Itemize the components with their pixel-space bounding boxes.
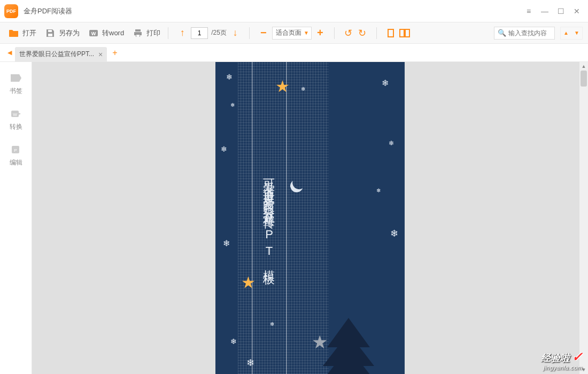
svg-text:P: P [14, 148, 17, 153]
sidebar-item-bookmark[interactable]: 书签 [10, 73, 22, 96]
svg-rect-3 [400, 29, 404, 37]
search-prev-button[interactable]: ▲ [561, 27, 571, 39]
rotate-right-button[interactable]: ↻ [357, 28, 368, 38]
tab-close-button[interactable]: × [98, 50, 103, 59]
app-logo-icon: PDF [4, 4, 18, 18]
vertical-scrollbar[interactable]: ▲ ▼ [579, 62, 588, 374]
print-button[interactable]: 打印 [129, 26, 164, 41]
prev-page-button[interactable]: ↑ [177, 28, 188, 38]
folder-icon [9, 28, 19, 38]
svg-rect-4 [405, 29, 409, 37]
app-title: 金舟PDF阅读器 [24, 6, 522, 16]
search-box[interactable]: 🔍 [494, 27, 555, 40]
rotate-left-button[interactable]: ↺ [343, 28, 354, 38]
scroll-track[interactable] [581, 71, 587, 365]
snowflake-icon: ❄ [230, 337, 237, 346]
tab-title: 世界爱眼日公益宣传PPT... [19, 50, 94, 59]
toolbar: 打开 另存为 W 转word 打印 ↑ /25页 ↓ − 适合页面 ▼ + ↺ [0, 22, 588, 44]
grid-line [252, 62, 253, 374]
svg-rect-2 [388, 29, 393, 37]
zoom-group: − 适合页面 ▼ + [254, 27, 330, 40]
snowflake-icon: ❄ [226, 73, 233, 81]
sidebar-convert-label: 转换 [10, 122, 22, 131]
snowflake-icon: ❄ [270, 321, 274, 327]
divider [249, 27, 250, 39]
titlebar: PDF 金舟PDF阅读器 ≡ — ☐ ✕ [0, 0, 588, 22]
open-button[interactable]: 打开 [5, 26, 40, 41]
sidebar-edit-label: 编辑 [10, 158, 22, 167]
pdf-page: 可爱卡通世界爱眼日公益宣传PPT模板 ★ ★ ★ ❄ ❄ ❄ ❄ ❄ ❄ ❄ ❄… [215, 62, 405, 374]
menu-button[interactable]: ≡ [522, 4, 536, 18]
search-icon: 🔍 [498, 29, 506, 37]
maximize-button[interactable]: ☐ [554, 4, 568, 18]
sidebar: 书签 W 转换 P 编辑 [0, 62, 32, 374]
save-icon [45, 28, 56, 38]
print-icon [133, 28, 143, 38]
document-viewer[interactable]: 可爱卡通世界爱眼日公益宣传PPT模板 ★ ★ ★ ❄ ❄ ❄ ❄ ❄ ❄ ❄ ❄… [32, 62, 588, 374]
to-word-button[interactable]: W 转word [85, 26, 127, 41]
check-icon: ✓ [572, 349, 583, 364]
page-total-label: /25页 [211, 28, 227, 37]
sidebar-item-convert[interactable]: W 转换 [10, 108, 22, 131]
snowflake-icon: ❄ [221, 145, 227, 153]
svg-text:W: W [13, 112, 17, 117]
edit-icon: P [10, 144, 22, 155]
open-label: 打开 [22, 28, 36, 38]
minimize-button[interactable]: — [538, 4, 552, 18]
grid-line [286, 62, 287, 374]
double-page-button[interactable] [399, 28, 410, 38]
star-icon: ★ [241, 273, 256, 292]
star-icon: ★ [275, 77, 290, 96]
sidebar-item-edit[interactable]: P 编辑 [10, 144, 22, 167]
main-area: 书签 W 转换 P 编辑 可爱卡通世界爱眼日公益宣传PPT模板 ★ ★ ★ ❄ … [0, 62, 588, 374]
close-button[interactable]: ✕ [570, 4, 584, 18]
snowflake-icon: ❄ [382, 78, 389, 88]
save-as-button[interactable]: 另存为 [42, 26, 83, 41]
page-input[interactable] [191, 27, 208, 39]
rotate-group: ↺ ↻ [339, 28, 372, 38]
snowflake-icon: ❄ [230, 102, 235, 108]
view-mode-group [381, 28, 414, 38]
snowflake-icon: ❄ [390, 228, 398, 239]
print-label: 打印 [146, 28, 160, 38]
tabbar: ◀ 世界爱眼日公益宣传PPT... × + [0, 44, 588, 62]
bookmark-icon [10, 73, 22, 83]
scroll-up-button[interactable]: ▲ [579, 62, 588, 71]
convert-icon: W [10, 108, 22, 119]
new-tab-button[interactable]: + [112, 48, 117, 58]
snowflake-icon: ❄ [223, 238, 230, 248]
document-tab[interactable]: 世界爱眼日公益宣传PPT... × [15, 47, 107, 62]
watermark-url: jingyanla.com [541, 364, 583, 371]
search-next-button[interactable]: ▼ [571, 27, 582, 39]
document-title-text: 可爱卡通世界爱眼日公益宣传PPT模板 [261, 169, 277, 267]
divider [376, 27, 377, 39]
snowflake-icon: ❄ [301, 86, 305, 92]
watermark: 经验啦 ✓ jingyanla.com [541, 349, 583, 371]
tree-graphic [308, 299, 389, 374]
caret-down-icon: ▼ [304, 30, 309, 36]
search-nav: ▲ ▼ [560, 27, 583, 40]
search-input[interactable] [508, 29, 551, 37]
scroll-thumb[interactable] [581, 71, 587, 87]
zoom-in-button[interactable]: + [315, 28, 326, 38]
snowflake-icon: ❄ [376, 188, 381, 193]
zoom-label: 适合页面 [276, 28, 301, 37]
divider [334, 27, 335, 39]
page-nav-group: ↑ /25页 ↓ [173, 27, 245, 39]
sidebar-bookmark-label: 书签 [10, 87, 22, 96]
zoom-out-button[interactable]: − [258, 28, 269, 38]
svg-text:W: W [91, 31, 96, 36]
window-controls: ≡ — ☐ ✕ [522, 4, 584, 18]
tab-scroll-left[interactable]: ◀ [4, 49, 15, 56]
zoom-select[interactable]: 适合页面 ▼ [272, 27, 312, 40]
word-icon: W [88, 28, 99, 38]
save-as-label: 另存为 [59, 28, 80, 38]
snowflake-icon: ❄ [389, 139, 394, 147]
snowflake-icon: ❄ [246, 357, 254, 369]
single-page-button[interactable] [385, 28, 396, 38]
divider [168, 27, 168, 39]
to-word-label: 转word [102, 28, 124, 38]
next-page-button[interactable]: ↓ [230, 28, 241, 38]
watermark-brand: 经验啦 [541, 352, 570, 364]
